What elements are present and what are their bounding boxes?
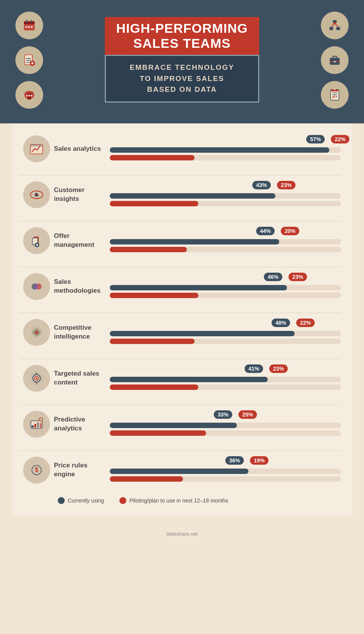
bar-dark-track-predictive-analytics [110,423,341,428]
calendar-icon [15,12,43,39]
checklist-icon [321,81,349,109]
bar-dark-track-offer-management [110,239,341,244]
svg-rect-19 [27,97,31,99]
icon-wrap-competitive-intelligence [19,319,54,346]
badges-competitive-intelligence: 48% 22% [110,319,341,329]
icon-price-rules-engine: $ [23,457,50,484]
bar-red-track-price-rules-engine [110,476,341,482]
main-content: Sales analytics 57% 22% Customer ins [12,123,352,516]
badge-red-offer-management: 20% [281,227,299,235]
svg-rect-2 [25,26,27,28]
bar-red-fill-customer-insights [110,201,198,206]
header-icons-right [321,12,349,109]
badges-customer-insights: 43% 23% [110,181,341,191]
icon-competitive-intelligence [23,319,50,346]
badge-red-sales-analytics: 22% [331,135,349,143]
svg-rect-60 [32,425,34,428]
bar-red-track-sales-methodologies [110,293,341,298]
badge-red-competitive-intelligence: 22% [296,319,315,327]
header-icons-left [15,12,43,109]
bar-area-price-rules-engine: 36% 19% [110,456,341,484]
title-box: HIGH-PERFORMING SALES TEAMS EMBRACE TECH… [105,17,260,103]
svg-point-51 [35,283,38,290]
bar-area-customer-insights: 43% 23% [110,181,341,209]
legend-dot-red [119,497,126,504]
svg-point-16 [26,95,28,96]
icon-wrap-offer-management [19,227,54,254]
bar-red-track-offer-management [110,247,341,252]
bar-red-fill-competitive-intelligence [110,339,195,344]
badges-sales-analytics: 57% 22% [110,135,341,145]
svg-rect-39 [30,145,43,147]
bar-red-fill-predictive-analytics [110,430,206,436]
icon-wrap-price-rules-engine: $ [19,457,54,484]
badge-dark-price-rules-engine: 36% [225,456,244,465]
icon-customer-insights [23,181,50,208]
badge-red-sales-methodologies: 23% [289,273,307,281]
svg-rect-21 [329,27,333,30]
source-text: slideshare.net [166,531,198,537]
bar-dark-fill-competitive-intelligence [110,331,295,336]
bar-area-targeted-sales-content: 41% 23% [110,364,341,392]
bar-red-track-competitive-intelligence [110,339,341,344]
bar-area-predictive-analytics: 33% 25% [110,410,341,438]
bar-red-fill-offer-management [110,247,187,252]
badge-dark-competitive-intelligence: 48% [272,319,290,327]
svg-point-18 [31,95,32,96]
bar-dark-track-price-rules-engine [110,469,341,474]
svg-rect-29 [334,61,336,62]
bar-dark-fill-sales-methodologies [110,285,287,290]
row-targeted-sales-content: Targeted sales content 41% 23% [19,359,341,398]
svg-point-52 [35,331,38,334]
badge-red-predictive-analytics: 25% [238,410,257,419]
badge-dark-targeted-sales-content: 41% [245,364,263,373]
row-sales-analytics: Sales analytics 57% 22% [19,135,341,168]
row-customer-insights: Customer insights 43% 23% [19,175,341,214]
bar-dark-fill-targeted-sales-content [110,377,268,382]
bar-dark-track-sales-analytics [110,147,341,153]
icon-predictive-analytics [23,411,50,438]
icon-sales-methodologies [23,273,50,300]
legend-piloting-label: Piloting/plan to use in next 12–18 month… [129,497,228,504]
badge-red-targeted-sales-content: 23% [269,364,288,373]
icon-wrap-customer-insights [19,181,54,208]
bar-red-track-sales-analytics [110,155,341,160]
badge-dark-offer-management: 44% [256,227,275,235]
label-price-rules-engine: Price rules engine [54,461,110,479]
badge-red-customer-insights: 23% [277,181,295,189]
bar-dark-fill-predictive-analytics [110,423,237,428]
bar-red-fill-price-rules-engine [110,476,183,482]
svg-text:$: $ [35,467,39,473]
label-sales-methodologies: Sales methodologies [54,278,110,295]
bar-area-competitive-intelligence: 48% 22% [110,319,341,346]
bar-dark-fill-customer-insights [110,193,275,199]
icon-wrap-targeted-sales-content [19,365,54,392]
network-icon [321,12,349,39]
badge-dark-predictive-analytics: 33% [214,410,232,419]
svg-rect-22 [336,27,340,30]
svg-rect-34 [335,96,337,97]
bar-red-track-predictive-analytics [110,430,341,436]
icon-wrap-sales-methodologies [19,273,54,300]
badge-dark-customer-insights: 43% [252,181,271,189]
row-price-rules-engine: $ Price rules engine 36% 19% [19,450,341,489]
badges-sales-methodologies: 46% 23% [110,273,341,283]
label-sales-analytics: Sales analytics [54,145,110,153]
title-subtitle-box: EMBRACE TECHNOLOGYTO IMPROVE SALESBASED … [105,55,260,103]
icon-wrap-predictive-analytics [19,411,54,438]
header-section: HIGH-PERFORMING SALES TEAMS EMBRACE TECH… [0,0,364,123]
icon-offer-management [23,227,50,254]
legend-piloting: Piloting/plan to use in next 12–18 month… [119,497,228,504]
svg-rect-1 [24,21,35,24]
svg-point-56 [36,378,37,379]
label-competitive-intelligence: Competitive intelligence [54,324,110,341]
badges-offer-management: 44% 20% [110,227,341,237]
phone-icon [15,81,43,109]
bar-red-track-targeted-sales-content [110,384,341,390]
bar-red-fill-sales-analytics [110,155,195,160]
svg-rect-63 [40,423,42,428]
badge-red-price-rules-engine: 19% [250,456,268,465]
bar-red-track-customer-insights [110,201,341,206]
briefcase-icon [321,46,349,74]
svg-rect-27 [333,56,337,59]
